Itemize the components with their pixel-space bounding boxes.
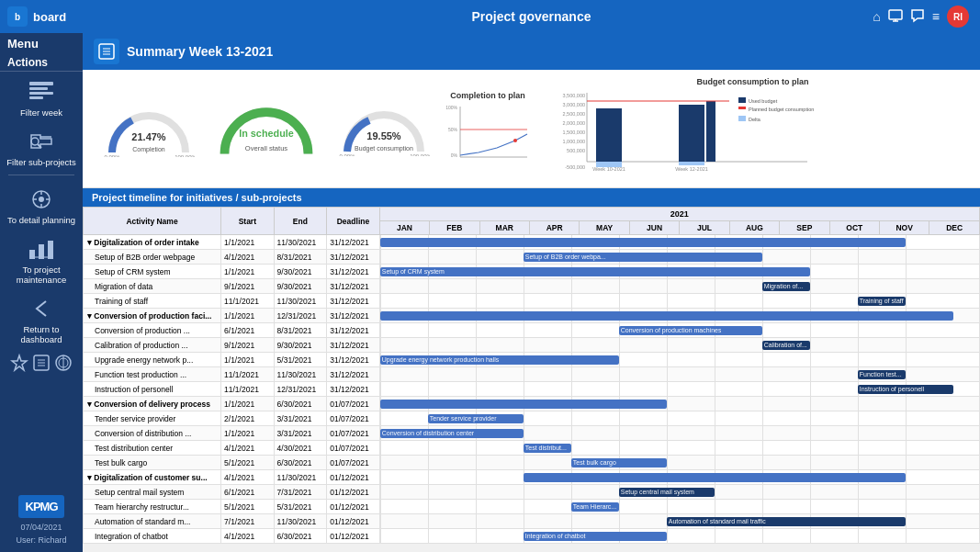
avatar[interactable]: RI: [947, 6, 969, 28]
svg-rect-62: [679, 162, 704, 165]
month-header-feb: FEB: [430, 221, 479, 235]
svg-text:500,000: 500,000: [567, 148, 585, 153]
svg-text:-500,000: -500,000: [565, 164, 585, 170]
topbar: Project governance ⌂ ≡ RI: [83, 0, 980, 33]
table-row: Setup of B2B order webpage4/1/20218/31/2…: [84, 250, 980, 265]
svg-rect-1: [29, 87, 48, 90]
gantt-body: ▾ Digitalization of order intake1/1/2021…: [84, 235, 980, 544]
table-row: Instruction of personell11/1/202112/31/2…: [84, 382, 980, 397]
gantt-table-wrap[interactable]: Activity Name Start End Deadline 2021 JA…: [83, 207, 980, 544]
sidebar-item-filter-week[interactable]: Filter week: [0, 72, 83, 121]
svg-text:Used budget: Used budget: [749, 98, 778, 104]
sidebar-item-detail-planning[interactable]: To detail planning: [0, 179, 83, 229]
col-start-header: Start: [221, 208, 275, 235]
svg-text:Overall status: Overall status: [245, 144, 288, 152]
project-maintenance-label: To project maintenance: [4, 265, 79, 285]
sidebar-header: b board: [0, 0, 83, 33]
month-header-oct: OCT: [829, 221, 879, 235]
svg-text:0.00%: 0.00%: [339, 153, 355, 156]
filter-week-icon: [27, 79, 56, 105]
svg-point-5: [31, 138, 39, 145]
table-row: Tender service provider2/1/20213/31/2021…: [84, 411, 980, 426]
home-icon[interactable]: ⌂: [873, 9, 880, 24]
month-header-dec: DEC: [929, 221, 980, 235]
summary-title: Summary Week 13-2021: [127, 44, 273, 59]
sidebar-item-project-maintenance[interactable]: To project maintenance: [0, 229, 83, 288]
actions-label: Actions: [0, 54, 83, 72]
svg-text:100.00%: 100.00%: [410, 153, 430, 156]
gauge-budget: 19.55% Budget consumption 0.00% 100.00%: [329, 101, 439, 156]
summary-icon: [94, 39, 119, 64]
month-header-mar: MAR: [479, 221, 529, 235]
board-logo-icon: b: [7, 6, 28, 27]
month-header-jan: JAN: [379, 221, 429, 235]
col-deadline-header: Deadline: [327, 208, 380, 235]
table-row: Test distribution center4/1/20214/30/202…: [84, 441, 980, 456]
month-header-jun: JUN: [629, 221, 679, 235]
filter-week-label: Filter week: [20, 107, 62, 118]
svg-text:Completion: Completion: [132, 146, 165, 153]
chat-icon[interactable]: [910, 8, 925, 26]
month-header-sep: SEP: [780, 221, 829, 235]
table-row: Team hierarchy restructur...5/1/20215/31…: [84, 500, 980, 514]
completion-to-plan-chart: Completion to plan 100% 50% 0%: [446, 91, 529, 166]
menu-label: Menu: [0, 33, 83, 54]
monitor-icon[interactable]: [888, 8, 903, 26]
sidebar-date: 07/04/2021 User: Richard: [16, 522, 66, 546]
table-row: Setup of CRM system1/1/20219/30/202131/1…: [84, 265, 980, 279]
col-activity-header: Activity Name: [84, 208, 221, 235]
gantt-header: Project timeline for initiatives / sub-p…: [83, 188, 980, 207]
svg-rect-23: [889, 10, 902, 19]
svg-text:0.00%: 0.00%: [104, 154, 120, 157]
svg-rect-15: [48, 241, 53, 259]
kpmg-logo: KPMG: [18, 495, 64, 518]
month-header-jul: JUL: [680, 221, 729, 235]
table-row: Setup central mail system6/1/20217/31/20…: [84, 485, 980, 500]
table-row: Test bulk cargo5/1/20216/30/202101/07/20…: [84, 456, 980, 470]
svg-text:2,000,000: 2,000,000: [563, 120, 585, 126]
svg-point-46: [513, 139, 517, 142]
svg-text:19.55%: 19.55%: [366, 130, 401, 141]
table-row: Conversion of production ...6/1/20218/31…: [84, 323, 980, 338]
budget-consumption-chart: Budget consumption to plan 3,500,000 3,0…: [536, 77, 969, 180]
year-header: 2021: [379, 208, 979, 221]
sidebar-item-filter-subprojects[interactable]: Filter sub-projects: [0, 121, 83, 171]
svg-text:Delta: Delta: [749, 117, 761, 122]
main-content: Project governance ⌂ ≡ RI Summary Week 1…: [83, 0, 980, 552]
table-row: ▾ Digitalization of order intake1/1/2021…: [84, 235, 980, 250]
board-logo-text: board: [33, 10, 66, 24]
svg-text:Week 10-2021: Week 10-2021: [592, 166, 625, 172]
sidebar: b board Menu Actions Filter week Filter …: [0, 0, 83, 552]
svg-text:50%: 50%: [448, 127, 458, 132]
svg-rect-67: [738, 107, 746, 109]
sidebar-item-return-dashboard[interactable]: Return to dashboard: [0, 288, 83, 348]
kpi-row: 21.47% Completion 0.00% 100.00% In sched…: [83, 70, 980, 188]
svg-text:2,500,000: 2,500,000: [563, 111, 585, 117]
topbar-title: Project governance: [472, 9, 591, 24]
month-header-nov: NOV: [879, 221, 929, 235]
sidebar-bottom-icons: [10, 354, 73, 372]
svg-rect-69: [738, 116, 746, 121]
summary-header: Summary Week 13-2021: [83, 33, 980, 70]
svg-rect-65: [738, 97, 746, 103]
inner-content: Summary Week 13-2021 21.47% Completion 0…: [83, 33, 980, 552]
svg-text:21.47%: 21.47%: [131, 131, 166, 142]
svg-rect-3: [29, 96, 43, 99]
project-maintenance-icon: [27, 236, 56, 262]
svg-text:3,000,000: 3,000,000: [563, 102, 585, 107]
sidebar-footer: KPMG 07/04/2021 User: Richard: [0, 495, 83, 552]
svg-text:3,500,000: 3,500,000: [563, 93, 585, 98]
svg-point-8: [39, 197, 44, 202]
svg-text:1,000,000: 1,000,000: [563, 139, 585, 144]
table-row: ▾ Conversion of delivery process1/1/2021…: [84, 397, 980, 411]
gauge-overall: In schedule Overall status: [211, 99, 321, 159]
menu-icon[interactable]: ≡: [932, 9, 940, 24]
table-row: Upgrade energy network p...1/1/20215/31/…: [84, 353, 980, 367]
month-header-aug: AUG: [729, 221, 779, 235]
svg-text:Budget consumption: Budget consumption: [355, 145, 413, 152]
svg-text:In schedule: In schedule: [239, 128, 294, 139]
svg-rect-57: [596, 108, 622, 162]
svg-text:100.00%: 100.00%: [175, 154, 195, 157]
return-dashboard-icon: [27, 296, 56, 321]
table-row: Function test production ...11/1/202111/…: [84, 367, 980, 382]
